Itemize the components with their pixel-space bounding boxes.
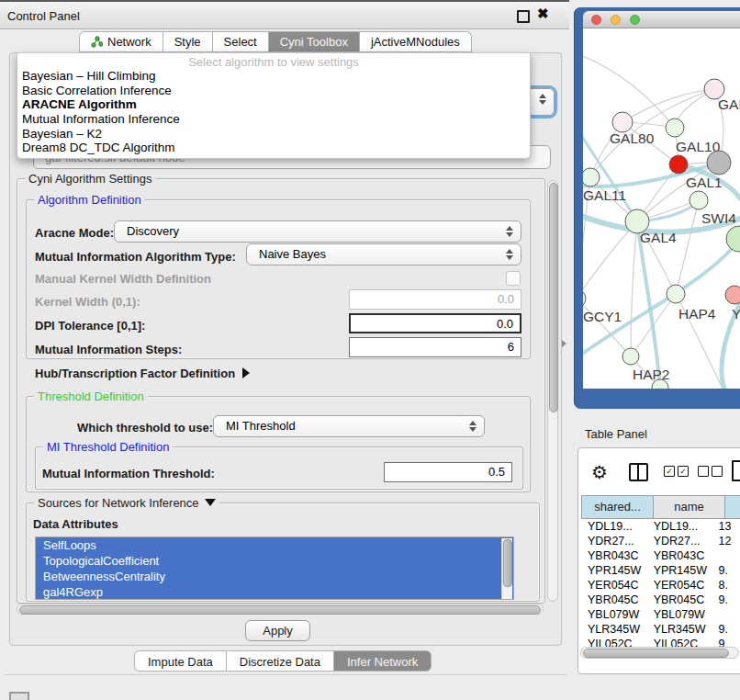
bottom-tab-discretize-data[interactable]: Discretize Data xyxy=(227,650,334,672)
table-cell: YDL19... xyxy=(581,519,647,534)
table-cell: YER054C xyxy=(581,578,647,593)
network-node[interactable] xyxy=(669,155,688,174)
network-node[interactable] xyxy=(726,226,740,252)
aracne-mode-label: Aracne Mode: xyxy=(35,226,114,240)
manual-kernel-checkbox[interactable] xyxy=(506,271,521,286)
table-row[interactable]: YDL19...YDL19...13 xyxy=(581,519,740,534)
threshold-definition-label: Threshold Definition xyxy=(34,390,148,403)
attribute-item[interactable]: SelfLoops xyxy=(36,537,513,553)
tab-jactivemnodules[interactable]: jActiveMNodules xyxy=(360,31,472,52)
panel-splitter-arrow[interactable] xyxy=(562,340,566,347)
close-traffic-light[interactable] xyxy=(591,15,601,25)
column-header[interactable] xyxy=(725,495,740,519)
attribute-item[interactable]: TopologicalCoefficient xyxy=(36,553,513,569)
table-row[interactable]: YER054CYER054C8. xyxy=(581,578,740,593)
algorithm-option[interactable]: ARACNE Algorithm xyxy=(17,97,530,112)
node-label: GAL1 xyxy=(686,175,723,190)
sources-group-label[interactable]: Sources for Network Inference xyxy=(34,496,219,510)
control-panel-titlebar: Control Panel ✖ xyxy=(0,0,569,29)
column-header[interactable]: shared... xyxy=(581,495,654,519)
algorithm-option[interactable]: Bayesian – K2 xyxy=(17,127,530,141)
column-header[interactable]: name xyxy=(654,495,725,519)
network-edge-highlighted xyxy=(583,239,739,355)
hub-definition-label: Hub/Transcription Factor Definition xyxy=(35,367,235,380)
network-node[interactable] xyxy=(725,286,740,304)
algorithm-option[interactable]: Mutual Information Inference xyxy=(17,112,530,127)
algorithm-option[interactable]: Basic Correlation Inference xyxy=(17,84,530,98)
table-cell: YDR27... xyxy=(581,534,647,548)
document-icon[interactable] xyxy=(732,460,740,481)
tab-network[interactable]: Network xyxy=(79,31,163,52)
settings-hscrollbar[interactable] xyxy=(17,604,544,615)
checked-box-icon[interactable]: ✓ xyxy=(678,466,689,477)
kernel-width-field[interactable]: 0.0 xyxy=(349,289,521,310)
tab-select[interactable]: Select xyxy=(213,31,269,52)
network-node[interactable] xyxy=(622,348,639,365)
control-panel-tab-bar: NetworkStyleSelectCyni ToolboxjActiveMNo… xyxy=(79,31,472,52)
mi-type-combobox[interactable]: Naive Bayes xyxy=(246,243,521,265)
table-cell: YBL079W xyxy=(647,607,712,622)
data-attributes-list[interactable]: SelfLoopsTopologicalCoefficientBetweenne… xyxy=(35,536,514,600)
network-node[interactable] xyxy=(612,112,633,132)
bottom-tab-infer-network[interactable]: Infer Network xyxy=(334,650,432,672)
network-node[interactable] xyxy=(667,285,685,303)
tab-style[interactable]: Style xyxy=(163,31,213,52)
settings-hscrollbar-thumb[interactable] xyxy=(19,605,541,615)
network-canvas[interactable]: GALGAL80GAL10GAL1GAL11SWI4GAL4HAP4YGCY1H… xyxy=(583,28,740,389)
table-row[interactable]: YDR27...YDR27...12 xyxy=(581,534,740,548)
settings-vscrollbar[interactable] xyxy=(547,180,558,602)
node-label: Y xyxy=(732,306,740,322)
which-threshold-combobox[interactable]: MI Threshold xyxy=(213,415,485,437)
table-cell: YBR045C xyxy=(647,593,712,607)
manual-kernel-label: Manual Kernel Width Definition xyxy=(35,272,211,286)
unchecked-box-icon[interactable] xyxy=(712,466,723,477)
spinner-icon xyxy=(505,225,512,238)
attribute-item[interactable]: gal4RGexp xyxy=(36,584,513,600)
network-node[interactable] xyxy=(690,191,708,209)
split-columns-icon[interactable] xyxy=(629,463,648,481)
table-row[interactable]: YBL079WYBL079W xyxy=(581,607,740,622)
algorithm-option[interactable]: Dream8 DC_TDC Algorithm xyxy=(17,141,530,155)
network-node[interactable] xyxy=(583,168,600,186)
table-row[interactable]: YPR145WYPR145W9. xyxy=(581,563,740,578)
unchecked-box-icon[interactable] xyxy=(698,466,709,477)
table-cell: YBL079W xyxy=(581,607,647,622)
aracne-mode-combobox[interactable]: Discovery xyxy=(114,220,521,243)
network-node[interactable] xyxy=(707,151,731,175)
attribute-item[interactable]: BetweennessCentrality xyxy=(36,569,513,584)
table-cell: YBR043C xyxy=(581,548,647,563)
mi-type-label: Mutual Information Algorithm Type: xyxy=(35,250,236,264)
list-scrollbar-thumb[interactable] xyxy=(503,539,512,587)
float-window-icon[interactable] xyxy=(517,10,530,23)
network-node[interactable] xyxy=(583,289,586,308)
algorithm-option[interactable]: Bayesian – Hill Climbing xyxy=(17,69,530,84)
zoom-traffic-light[interactable] xyxy=(630,15,640,25)
bottom-left-button-fragment[interactable] xyxy=(9,692,29,700)
hub-definition-toggle[interactable]: Hub/Transcription Factor Definition xyxy=(35,367,250,380)
gear-icon[interactable]: ⚙ xyxy=(591,461,608,483)
settings-vscrollbar-thumb[interactable] xyxy=(549,183,558,412)
bottom-tab-impute-data[interactable]: Impute Data xyxy=(134,650,227,672)
dpi-tolerance-field[interactable]: 0.0 xyxy=(349,313,521,333)
table-cell: 13 xyxy=(712,519,740,534)
table-hscrollbar-thumb[interactable] xyxy=(583,649,729,658)
table-row[interactable]: YBR043CYBR043C xyxy=(581,548,740,563)
table-row[interactable]: YBR045CYBR045C9. xyxy=(581,593,740,607)
table-cell: YBR045C xyxy=(581,593,647,607)
network-window-titlebar[interactable] xyxy=(583,11,740,28)
tab-cyni-toolbox[interactable]: Cyni Toolbox xyxy=(269,31,360,52)
algorithm-placeholder: Select algorithm to view settings xyxy=(17,53,530,69)
mi-steps-field[interactable]: 6 xyxy=(349,337,521,357)
table-cell: YDR27... xyxy=(647,534,712,548)
table-row[interactable]: YLR345WYLR345W9. xyxy=(581,622,740,637)
spinner-icon xyxy=(505,248,512,261)
network-node[interactable] xyxy=(666,119,684,137)
mit-field[interactable]: 0.5 xyxy=(384,462,512,482)
table-hscrollbar[interactable] xyxy=(580,647,739,659)
table-panel: ⚙ ✓ ✓ shared...name YDL19...YDL19...13YD… xyxy=(577,447,740,674)
minimize-traffic-light[interactable] xyxy=(611,15,621,25)
close-icon[interactable]: ✖ xyxy=(537,6,549,22)
apply-button[interactable]: Apply xyxy=(245,620,310,641)
checked-box-icon[interactable]: ✓ xyxy=(664,466,675,477)
list-scrollbar[interactable] xyxy=(501,538,512,600)
